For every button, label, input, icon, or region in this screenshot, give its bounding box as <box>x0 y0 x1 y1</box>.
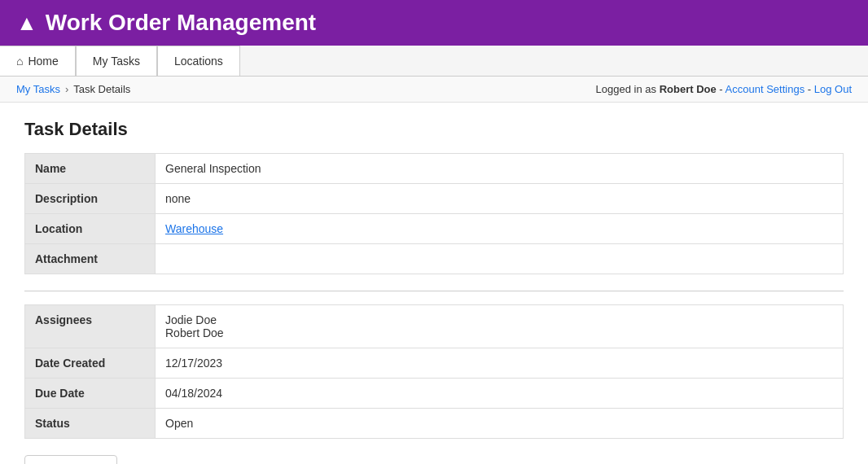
description-label: Description <box>25 184 156 214</box>
breadcrumb-my-tasks[interactable]: My Tasks <box>16 83 60 95</box>
due-date-label: Due Date <box>25 379 156 409</box>
main-content: Task Details Name General Inspection Des… <box>0 103 868 464</box>
nav-my-tasks-label: My Tasks <box>93 55 140 68</box>
details-table-top: Name General Inspection Description none… <box>24 153 844 274</box>
nav-my-tasks[interactable]: My Tasks <box>76 46 157 76</box>
main-navbar: ⌂ Home My Tasks Locations <box>0 46 868 77</box>
name-value: General Inspection <box>156 154 844 184</box>
due-date-value: 04/18/2024 <box>156 379 844 409</box>
assignees-label: Assignees <box>25 305 156 348</box>
location-label: Location <box>25 214 156 244</box>
account-settings-link[interactable]: Account Settings <box>726 83 805 95</box>
breadcrumb: My Tasks › Task Details <box>16 83 130 95</box>
user-separator-1: - <box>719 83 725 95</box>
assignees-value: Jodie Doe Robert Doe <box>156 305 844 348</box>
nav-home-label: Home <box>28 55 58 68</box>
table-row: Status Open <box>25 409 844 439</box>
status-value: Open <box>156 409 844 439</box>
table-row: Assignees Jodie Doe Robert Doe <box>25 305 844 348</box>
description-value: none <box>156 184 844 214</box>
table-row: Attachment <box>25 244 844 274</box>
logged-in-prefix: Logged in as <box>596 83 656 95</box>
location-value: Warehouse <box>156 214 844 244</box>
table-row: Location Warehouse <box>25 214 844 244</box>
username: Robert Doe <box>660 83 717 95</box>
breadcrumb-bar: My Tasks › Task Details Logged in as Rob… <box>0 77 868 103</box>
table-row: Due Date 04/18/2024 <box>25 379 844 409</box>
section-divider <box>24 291 844 291</box>
breadcrumb-task-details: Task Details <box>73 83 130 95</box>
date-created-label: Date Created <box>25 348 156 379</box>
date-created-value: 12/17/2023 <box>156 348 844 379</box>
name-label: Name <box>25 154 156 184</box>
home-icon: ⌂ <box>16 55 23 68</box>
user-info: Logged in as Robert Doe - Account Settin… <box>596 83 852 95</box>
app-title-text: Work Order Management <box>46 10 316 36</box>
table-row: Date Created 12/17/2023 <box>25 348 844 379</box>
nav-locations[interactable]: Locations <box>157 46 240 76</box>
nav-home[interactable]: ⌂ Home <box>0 46 76 76</box>
page-title: Task Details <box>24 119 844 140</box>
attachment-value <box>156 244 844 274</box>
assignee-1: Jodie Doe <box>165 313 833 326</box>
app-title: ▲ Work Order Management <box>16 10 316 36</box>
attachment-label: Attachment <box>25 244 156 274</box>
location-link[interactable]: Warehouse <box>165 222 223 235</box>
nav-locations-label: Locations <box>174 55 223 68</box>
app-header: ▲ Work Order Management <box>0 0 868 46</box>
breadcrumb-separator: › <box>65 83 68 95</box>
details-table-assignment: Assignees Jodie Doe Robert Doe Date Crea… <box>24 304 844 439</box>
update-status-button[interactable]: Update status <box>24 455 117 464</box>
logout-link[interactable]: Log Out <box>814 83 852 95</box>
table-row: Description none <box>25 184 844 214</box>
assignee-2: Robert Doe <box>165 326 833 339</box>
status-label: Status <box>25 409 156 439</box>
app-icon: ▲ <box>16 11 37 36</box>
table-row: Name General Inspection <box>25 154 844 184</box>
user-separator-2: - <box>808 83 814 95</box>
